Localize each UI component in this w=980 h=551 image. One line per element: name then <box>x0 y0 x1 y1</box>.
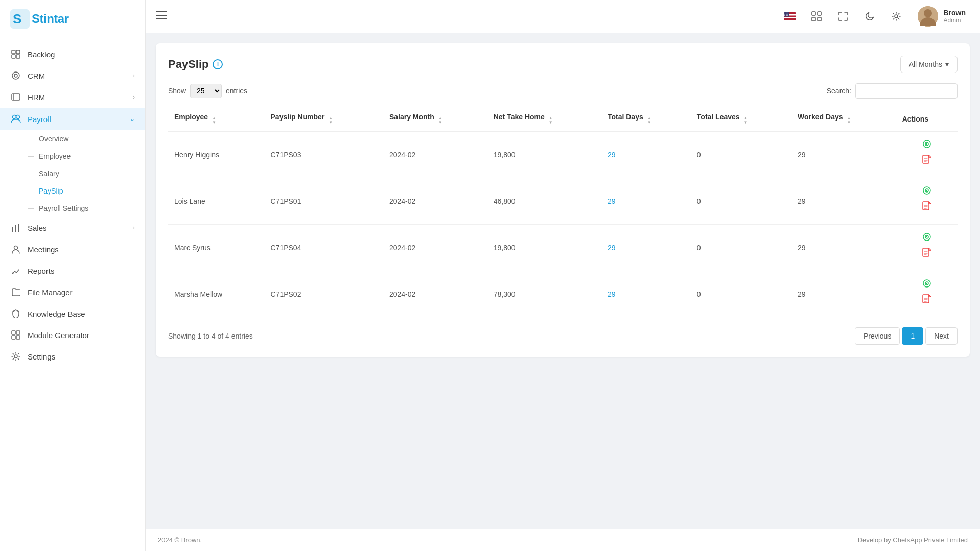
svg-point-35 <box>785 15 785 16</box>
user-role: Admin <box>943 17 966 24</box>
sidebar-item-hrm[interactable]: HRM › <box>0 86 145 108</box>
sidebar-item-payroll[interactable]: Payroll ⌄ <box>0 108 145 130</box>
view-button-0[interactable] <box>902 139 951 152</box>
cell-net-take-home-2: 19,800 <box>487 225 601 271</box>
cell-net-take-home-1: 46,800 <box>487 178 601 225</box>
show-entries: Show 25 50 100 entries <box>168 84 247 98</box>
svg-rect-41 <box>818 17 821 21</box>
sidebar-item-file-manager[interactable]: File Manager <box>0 281 145 303</box>
col-payslip-number[interactable]: Payslip Number ▲▼ <box>265 107 383 131</box>
sidebar-item-backlog[interactable]: Backlog <box>0 43 145 65</box>
cell-payslip-number-3: C71PS02 <box>265 271 383 318</box>
sidebar-nav: Backlog CRM › HRM › Payroll ⌄ Overvi <box>0 38 145 551</box>
sub-item-payslip[interactable]: PaySlip <box>28 182 145 200</box>
svg-rect-13 <box>15 225 16 232</box>
cell-actions-0 <box>896 131 958 178</box>
table-row: Henry Higgins C71PS03 2024-02 19,800 29 … <box>168 131 958 178</box>
main-area: Brown Admin PaySlip i All Months ▾ <box>146 0 980 551</box>
search-input[interactable] <box>855 83 958 99</box>
svg-point-51 <box>926 190 927 191</box>
view-button-3[interactable] <box>902 278 951 291</box>
col-worked-days[interactable]: Worked Days ▲▼ <box>791 107 896 131</box>
download-button-1[interactable] <box>902 201 951 214</box>
svg-point-11 <box>16 115 20 119</box>
sidebar-item-crm[interactable]: CRM › <box>0 65 145 86</box>
cell-payslip-number-0: C71PS03 <box>265 131 383 178</box>
sidebar-item-reports[interactable]: Reports <box>0 260 145 281</box>
cell-actions-2 <box>896 225 958 271</box>
cell-total-leaves-0: 0 <box>691 131 791 178</box>
cell-employee-2: Marc Syrus <box>168 225 265 271</box>
sidebar-item-knowledge-base[interactable]: Knowledge Base <box>0 303 145 324</box>
hamburger-button[interactable] <box>156 11 167 22</box>
cell-salary-month-1: 2024-02 <box>383 178 487 225</box>
col-salary-month[interactable]: Salary Month ▲▼ <box>383 107 487 131</box>
sidebar-item-meetings-label: Meetings <box>28 245 59 254</box>
sub-item-payroll-settings[interactable]: Payroll Settings <box>28 200 145 217</box>
view-button-2[interactable] <box>902 232 951 245</box>
svg-point-29 <box>785 13 785 13</box>
svg-text:S: S <box>13 11 21 27</box>
sidebar: S Stintar Backlog CRM › HRM › <box>0 0 146 551</box>
module-generator-icon <box>10 330 21 340</box>
svg-point-21 <box>14 355 17 358</box>
sub-item-salary[interactable]: Salary <box>28 165 145 182</box>
avatar <box>918 6 938 27</box>
footer-copyright: 2024 © Brown. <box>158 536 202 544</box>
sidebar-item-knowledge-base-label: Knowledge Base <box>28 309 85 318</box>
col-net-take-home[interactable]: Net Take Home ▲▼ <box>487 107 601 131</box>
col-employee[interactable]: Employee ▲▼ <box>168 107 265 131</box>
user-info: Brown Admin <box>943 9 966 24</box>
download-button-3[interactable] <box>902 294 951 307</box>
svg-rect-19 <box>12 336 15 339</box>
sub-item-overview[interactable]: Overview <box>28 130 145 148</box>
sidebar-item-settings[interactable]: Settings <box>0 346 145 367</box>
sidebar-item-payroll-label: Payroll <box>28 115 51 124</box>
sidebar-item-module-generator[interactable]: Module Generator <box>0 324 145 346</box>
col-actions: Actions <box>896 107 958 131</box>
svg-rect-5 <box>16 55 20 58</box>
svg-rect-48 <box>923 155 929 163</box>
flag-button[interactable] <box>781 7 799 26</box>
svg-rect-40 <box>812 17 815 21</box>
view-button-1[interactable] <box>902 185 951 198</box>
cell-worked-days-1: 29 <box>791 178 896 225</box>
sidebar-item-sales[interactable]: Sales › <box>0 217 145 238</box>
all-months-filter[interactable]: All Months ▾ <box>900 56 958 73</box>
user-avatar-area[interactable]: Brown Admin <box>914 4 970 29</box>
cell-total-leaves-2: 0 <box>691 225 791 271</box>
sidebar-item-module-generator-label: Module Generator <box>28 331 89 340</box>
svg-point-10 <box>13 115 16 119</box>
next-button[interactable]: Next <box>925 327 958 345</box>
col-total-days[interactable]: Total Days ▲▼ <box>601 107 691 131</box>
cell-employee-0: Henry Higgins <box>168 131 265 178</box>
svg-rect-8 <box>12 94 20 100</box>
fullscreen-button[interactable] <box>834 7 852 26</box>
sub-item-employee[interactable]: Employee <box>28 148 145 165</box>
col-total-leaves[interactable]: Total Leaves ▲▼ <box>691 107 791 131</box>
svg-point-36 <box>786 15 787 16</box>
crm-icon <box>10 71 21 80</box>
svg-rect-12 <box>12 227 13 232</box>
entries-select[interactable]: 25 50 100 <box>190 84 222 98</box>
svg-point-42 <box>895 15 898 18</box>
header: Brown Admin <box>146 0 980 33</box>
previous-button[interactable]: Previous <box>855 327 900 345</box>
logo-icon: S <box>10 9 30 29</box>
svg-point-32 <box>785 14 785 14</box>
sidebar-item-file-manager-label: File Manager <box>28 288 73 297</box>
sidebar-item-settings-label: Settings <box>28 352 55 361</box>
payroll-chevron: ⌄ <box>130 115 135 123</box>
grid-button[interactable] <box>807 7 826 26</box>
info-icon[interactable]: i <box>213 59 223 69</box>
dark-mode-icon <box>865 11 875 21</box>
cell-net-take-home-0: 19,800 <box>487 131 601 178</box>
page-1-button[interactable]: 1 <box>902 327 923 345</box>
svg-point-34 <box>788 14 788 14</box>
dark-mode-button[interactable] <box>860 7 879 26</box>
sidebar-item-meetings[interactable]: Meetings <box>0 238 145 260</box>
gear-button[interactable] <box>887 7 905 26</box>
download-button-2[interactable] <box>902 248 951 260</box>
download-button-0[interactable] <box>902 155 951 167</box>
cell-actions-3 <box>896 271 958 318</box>
